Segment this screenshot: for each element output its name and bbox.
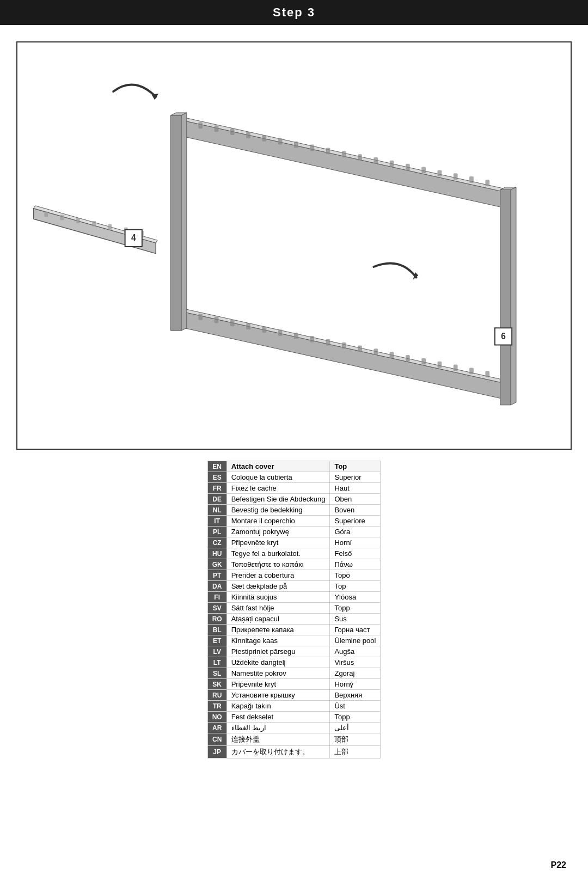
lang-code-cell: TR [207,701,226,712]
top-translation-cell: Haut [330,483,381,494]
instruction-cell: Prender a cobertura [226,570,330,581]
svg-rect-17 [438,170,442,176]
lang-code-cell: SL [207,668,226,679]
svg-rect-25 [230,320,235,327]
instruction-cell: Pripevnite kryt [226,679,330,690]
svg-marker-21 [172,309,507,400]
table-row: BLПрикрепете капакаГорна част [207,625,381,635]
top-translation-cell: Augša [330,646,381,657]
svg-marker-47 [511,187,516,405]
svg-marker-44 [181,113,187,331]
svg-marker-42 [171,115,182,331]
svg-marker-1 [172,115,510,193]
svg-rect-10 [326,148,330,154]
top-translation-cell: Top [330,581,381,592]
svg-rect-33 [358,345,362,352]
svg-rect-29 [294,333,298,339]
svg-rect-34 [373,348,378,355]
table-row: NLBevestig de bedekkingBoven [207,505,381,516]
svg-rect-15 [406,164,410,170]
table-row: ARاربط الغطاءأعلى [207,723,381,733]
table-row: SVSätt fast höljeTopp [207,603,381,614]
table-row: LTUždėkite dangtelįViršus [207,657,381,668]
instruction-cell: اربط الغطاء [226,723,330,733]
svg-rect-54 [108,224,112,230]
top-translation-cell: Πάνω [330,559,381,570]
table-row: CN连接外盖顶部 [207,733,381,746]
table-row: FIKiinnitä suojusYlöosa [207,592,381,603]
lang-code-cell: GK [207,559,226,570]
lang-code-cell: PL [207,527,226,537]
instruction-cell: Прикрепете капака [226,625,330,635]
svg-rect-4 [230,129,235,135]
table-row: NOFest dekseletTopp [207,712,381,723]
lang-code-cell: RU [207,690,226,701]
top-translation-cell: أعلى [330,723,381,733]
instruction-cell: Montare il coperchio [226,516,330,527]
top-translation-cell: Horný [330,679,381,690]
top-translation-cell: Topp [330,712,381,723]
diagram-container: 4 6 [16,41,572,450]
svg-rect-11 [342,151,346,157]
svg-rect-2 [198,123,203,129]
top-translation-cell: Viršus [330,657,381,668]
lang-code-cell: LV [207,646,226,657]
instruction-cell: Attach cover [226,461,330,472]
table-row: HUTegye fel a burkolatot.Felső [207,548,381,559]
table-row: PTPrender a coberturaTopo [207,570,381,581]
top-translation-cell: Ylöosa [330,592,381,603]
svg-rect-24 [215,317,219,323]
lang-code-cell: SK [207,679,226,690]
lang-code-cell: ET [207,635,226,646]
lang-code-cell: FR [207,483,226,494]
svg-rect-7 [278,138,283,145]
table-row: JPカバーを取り付けます。上部 [207,746,381,758]
instruction-cell: Kiinnitä suojus [226,592,330,603]
lang-code-cell: JP [207,746,226,758]
table-row: ESColoque la cubiertaSuperior [207,472,381,483]
page-header: Step 3 [0,0,588,25]
top-translation-cell: 顶部 [330,733,381,746]
svg-rect-36 [406,355,410,362]
instruction-cell: Coloque la cubierta [226,472,330,483]
assembly-diagram: 4 6 [28,55,560,436]
svg-rect-16 [421,167,426,174]
top-translation-cell: Boven [330,505,381,516]
top-translation-cell: Üst [330,701,381,712]
instruction-cell: Установите крышку [226,690,330,701]
table-row: CZPřipevněte krytHorní [207,537,381,548]
top-translation-cell: Oben [330,494,381,505]
multilingual-table: ENAttach coverTopESColoque la cubiertaSu… [207,461,381,758]
instruction-cell: Uždėkite dangtelį [226,657,330,668]
instruction-cell: Sæt dækplade på [226,581,330,592]
table-row: PLZamontuj pokrywęGóra [207,527,381,537]
lang-code-cell: CZ [207,537,226,548]
instruction-cell: Zamontuj pokrywę [226,527,330,537]
svg-rect-23 [198,314,203,320]
svg-rect-31 [326,339,330,346]
top-translation-cell: 上部 [330,746,381,758]
svg-rect-35 [390,352,394,358]
top-translation-cell: Zgoraj [330,668,381,679]
svg-rect-18 [454,173,458,180]
table-row: SKPripevnite krytHorný [207,679,381,690]
lang-code-cell: LT [207,657,226,668]
svg-rect-41 [485,371,489,377]
lang-code-cell: PT [207,570,226,581]
svg-rect-13 [373,157,378,164]
table-row: ROAtașați capaculSus [207,614,381,625]
instruction-cell: Piestipriniet pārsegu [226,646,330,657]
svg-rect-26 [246,323,250,329]
top-translation-cell: Topp [330,603,381,614]
table-row: ENAttach coverTop [207,461,381,472]
table-row: SLNamestite pokrovZgoraj [207,668,381,679]
svg-rect-38 [438,362,442,368]
top-translation-cell: Sus [330,614,381,625]
top-translation-cell: Top [330,461,381,472]
lang-code-cell: IT [207,516,226,527]
svg-rect-3 [215,125,219,132]
svg-rect-53 [92,221,96,227]
instructions-table-container: ENAttach coverTopESColoque la cubiertaSu… [16,461,572,758]
step-title: Step 3 [273,5,315,19]
instruction-cell: Befestigen Sie die Abdeckung [226,494,330,505]
